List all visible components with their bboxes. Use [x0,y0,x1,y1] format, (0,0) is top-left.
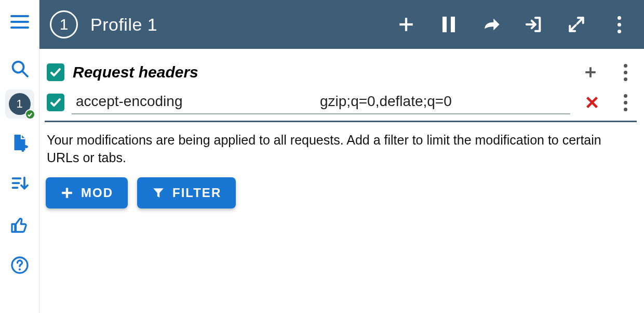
delete-header-button[interactable] [582,92,602,113]
header-name-input[interactable] [75,93,319,110]
add-mod-label: MOD [81,186,113,200]
header-enable-checkbox[interactable] [47,94,64,111]
svg-point-12 [19,268,21,270]
help-icon [10,256,29,275]
toolbar-fullscreen-button[interactable] [566,14,587,35]
add-header-button[interactable] [580,61,601,83]
check-icon [49,96,62,109]
profile-title: Profile 1 [90,15,157,35]
rail-profile-active-badge [25,109,35,120]
more-vert-icon [624,64,627,68]
sort-icon [10,174,29,192]
check-icon [49,66,62,79]
toolbar-actions [396,14,629,35]
rail-profile-number: 1 [16,97,22,111]
top-toolbar: 1 Profile 1 [39,0,644,49]
new-file-button[interactable] [5,128,34,157]
more-vert-icon [618,16,621,20]
plus-icon [584,66,597,79]
profile-number-circle: 1 [50,10,78,38]
check-icon [27,112,33,118]
share-icon [482,16,500,33]
pause-icon [442,17,447,32]
section-more-button[interactable] [619,61,632,83]
toolbar-add-button[interactable] [396,14,417,35]
toolbar-share-button[interactable] [481,14,502,35]
section-divider [45,121,637,122]
action-button-row: MOD FILTER [45,177,637,208]
toolbar-pause-button[interactable] [438,14,459,35]
main-panel: 1 Profile 1 [39,0,644,313]
add-mod-button[interactable]: MOD [46,177,128,208]
import-icon [525,16,543,33]
profile-number: 1 [60,16,69,33]
file-plus-icon [10,133,29,152]
header-field-pair [72,90,570,114]
section-title: Request headers [73,63,198,81]
profile-chip[interactable]: 1 Profile 1 [50,10,157,38]
add-filter-button[interactable]: FILTER [137,177,236,208]
svg-line-1 [22,71,28,76]
filter-icon [152,186,165,200]
hamburger-icon [10,15,29,29]
like-button[interactable] [5,211,34,240]
header-value-input[interactable] [319,93,570,110]
filter-notice-text: Your modifications are being applied to … [45,132,637,167]
header-entry-row [45,86,637,120]
section-enable-checkbox[interactable] [47,63,64,81]
hamburger-menu-button[interactable] [5,7,34,36]
app-root: 1 [0,0,644,313]
content-area: Request headers [39,49,644,208]
plus-icon [397,16,415,33]
toolbar-more-button[interactable] [609,14,629,35]
search-button[interactable] [5,54,34,83]
help-button[interactable] [5,251,34,280]
sort-button[interactable] [5,168,34,198]
search-icon [10,59,29,78]
add-filter-label: FILTER [172,186,221,200]
plus-icon [60,186,74,200]
expand-icon [568,16,585,33]
thumbs-up-icon [10,216,29,235]
left-rail: 1 [0,0,39,313]
header-more-button[interactable] [619,92,632,113]
toolbar-import-button[interactable] [524,14,544,35]
close-icon [585,95,599,110]
section-header-row: Request headers [45,58,637,86]
rail-profile-button[interactable]: 1 [5,89,34,119]
more-vert-icon [624,94,627,98]
